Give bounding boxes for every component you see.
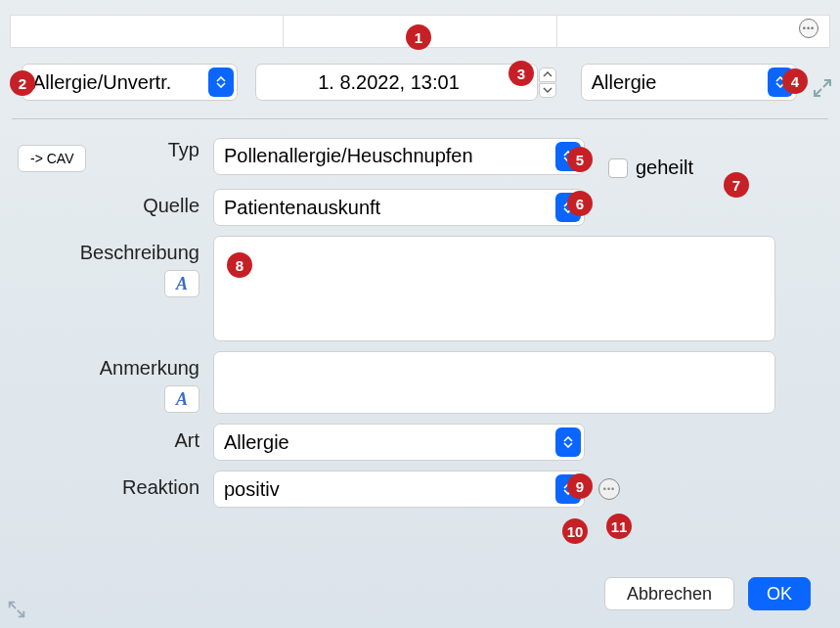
quelle-select-value: Patientenauskunft [224,197,380,219]
beschreibung-textarea[interactable] [213,236,775,341]
label-art: Art [14,424,199,452]
annotation-badge: 6 [567,191,593,216]
annotation-badge: 1 [406,24,431,50]
annotation-badge: 2 [10,70,35,96]
dialog-buttons: Abbrechen OK [604,577,811,610]
ok-button-label: OK [767,584,792,605]
art-select[interactable]: Allergie [213,424,585,461]
reaktion-select[interactable]: positiv [213,471,585,508]
header-cell-1[interactable] [10,15,284,48]
geheilt-checkbox[interactable] [608,158,628,178]
resize-icon[interactable] [6,599,27,620]
typ-select-value: Pollenallergie/Heuschnupfen [224,145,473,167]
header-cell-3[interactable] [557,15,830,48]
label-reaktion: Reaktion [14,471,199,499]
label-anmerkung: Anmerkung [100,357,199,379]
annotation-badge: 9 [567,473,593,499]
stepper-down-icon[interactable] [539,83,556,98]
annotation-badge: 7 [724,172,749,198]
label-beschreibung: Beschreibung [80,242,199,263]
annotation-badge: 8 [227,252,252,278]
anmerkung-textarea[interactable] [213,351,775,414]
annotation-badge: 5 [567,147,593,172]
annotation-badge: 10 [562,518,588,544]
cav-button[interactable]: -> CAV [18,145,86,172]
typ-select[interactable]: Pollenallergie/Heuschnupfen [213,138,585,175]
expand-icon[interactable] [811,76,834,100]
cancel-button[interactable]: Abbrechen [604,577,734,610]
date-field[interactable]: 1. 8.2022, 13:01 [255,64,537,101]
annotation-badge: 3 [508,61,534,86]
geheilt-label: geheilt [636,157,693,179]
date-field-value: 1. 8.2022, 13:01 [318,71,460,94]
reaktion-select-value: positiv [224,478,280,501]
font-icon[interactable]: A [164,270,199,297]
stepper-up-icon[interactable] [539,67,556,82]
more-icon[interactable]: ••• [799,19,818,38]
cancel-button-label: Abbrechen [627,584,712,605]
category-select[interactable]: Allergie/Unvertr. [22,64,238,101]
chevron-updown-icon [555,427,581,457]
type-select[interactable]: Allergie [581,64,797,101]
annotation-badge: 4 [782,68,808,94]
type-select-value: Allergie [592,71,657,94]
ok-button[interactable]: OK [748,577,811,610]
font-icon[interactable]: A [164,385,199,413]
annotation-badge: 11 [606,514,632,539]
quelle-select[interactable]: Patientenauskunft [213,189,585,226]
art-select-value: Allergie [224,431,289,454]
date-stepper[interactable] [539,65,558,100]
category-select-value: Allergie/Unvertr. [32,71,171,94]
chevron-updown-icon [208,67,234,97]
label-quelle: Quelle [14,189,199,217]
more-icon[interactable]: ••• [598,478,620,500]
form: Typ Pollenallergie/Heuschnupfen geheilt … [0,119,840,508]
cav-button-label: -> CAV [30,151,73,166]
